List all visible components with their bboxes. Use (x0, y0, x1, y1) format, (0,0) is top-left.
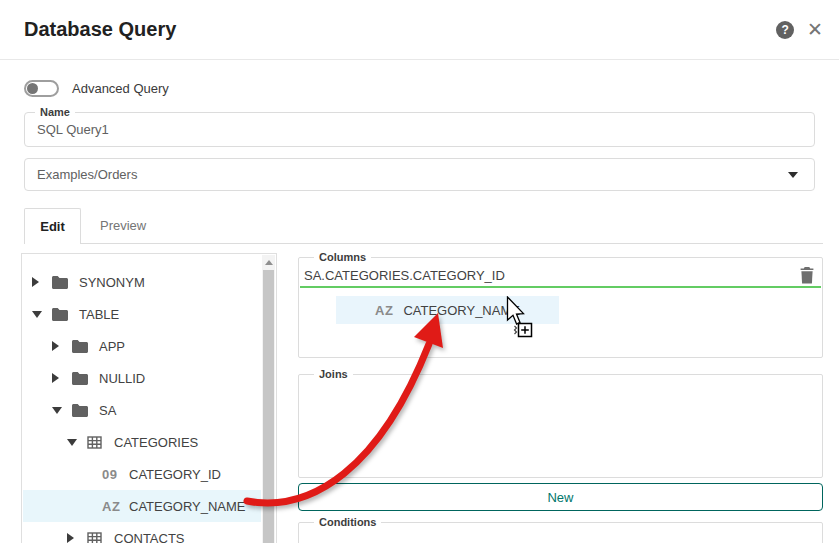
tree-item-label: CATEGORIES (114, 435, 198, 450)
conditions-section: Conditions (298, 522, 823, 543)
query-builder-panel: Columns SA.CATEGORIES.CATEGORY_ID AZ CAT… (298, 0, 823, 543)
scrollbar-thumb[interactable] (263, 270, 274, 543)
tree-item-label: NULLID (99, 371, 145, 386)
datasource-dropdown-value: Examples/Orders (25, 167, 137, 182)
chevron-collapsed-icon[interactable] (52, 341, 72, 351)
tree-item-label: CATEGORY_ID (129, 467, 221, 482)
chevron-expanded-icon[interactable] (32, 311, 52, 318)
advanced-query-label: Advanced Query (72, 81, 169, 96)
text-type-icon: AZ (102, 499, 122, 514)
tree-item-label: CONTACTS (114, 531, 185, 543)
tree-item-app[interactable]: APP (23, 330, 261, 362)
tree-item-contacts[interactable]: CONTACTS (23, 522, 261, 543)
tree-item-category_id[interactable]: 09CATEGORY_ID (23, 458, 261, 490)
joins-legend: Joins (314, 368, 353, 381)
tree-item-category_name[interactable]: AZCATEGORY_NAME (23, 490, 261, 522)
scroll-up-icon[interactable] (262, 255, 275, 269)
table-icon (87, 532, 107, 543)
tree-item-sa[interactable]: SA (23, 394, 261, 426)
conditions-legend: Conditions (314, 516, 381, 529)
chevron-collapsed-icon[interactable] (67, 533, 87, 543)
tree-item-label: TABLE (79, 307, 119, 322)
columns-section: Columns SA.CATEGORIES.CATEGORY_ID AZ CAT… (298, 257, 823, 358)
column-value: SA.CATEGORIES.CATEGORY_ID (300, 268, 505, 283)
delete-column-icon[interactable] (800, 267, 814, 284)
tree-scrollbar[interactable] (262, 255, 275, 543)
tree-item-label: SA (99, 403, 116, 418)
drag-ghost-label: CATEGORY_NAME (403, 303, 520, 318)
tree-item-nullid[interactable]: NULLID (23, 362, 261, 394)
tree-item-table[interactable]: TABLE (23, 298, 261, 330)
numeric-type-icon: 09 (102, 467, 122, 482)
schema-tree: SYNONYMTABLEAPPNULLIDSACATEGORIES09CATEG… (23, 266, 261, 543)
chevron-collapsed-icon[interactable] (52, 373, 72, 383)
tree-item-label: SYNONYM (79, 275, 145, 290)
dialog-title: Database Query (24, 18, 176, 41)
folder-icon (52, 276, 72, 289)
new-button[interactable]: New (298, 483, 823, 511)
schema-tree-panel: SYNONYMTABLEAPPNULLIDSACATEGORIES09CATEG… (21, 253, 277, 543)
chevron-expanded-icon[interactable] (52, 407, 72, 414)
name-field-label: Name (35, 106, 75, 119)
columns-legend: Columns (314, 251, 371, 264)
advanced-query-toggle[interactable] (24, 80, 59, 97)
tab-preview[interactable]: Preview (81, 207, 165, 243)
advanced-query-row: Advanced Query (24, 80, 169, 97)
folder-icon (72, 340, 92, 353)
tab-edit[interactable]: Edit (24, 208, 81, 244)
joins-section: Joins (298, 374, 823, 478)
column-row[interactable]: SA.CATEGORIES.CATEGORY_ID (300, 265, 821, 288)
folder-icon (72, 372, 92, 385)
tree-item-label: CATEGORY_NAME (129, 499, 246, 514)
chevron-expanded-icon[interactable] (67, 439, 87, 446)
folder-icon (52, 308, 72, 321)
toggle-knob-icon (27, 83, 38, 94)
drag-copy-cursor-icon (506, 296, 536, 344)
table-icon (87, 436, 107, 449)
chevron-collapsed-icon[interactable] (32, 277, 52, 287)
tree-item-synonym[interactable]: SYNONYM (23, 266, 261, 298)
folder-icon (72, 404, 92, 417)
tree-item-label: APP (99, 339, 125, 354)
tree-item-categories[interactable]: CATEGORIES (23, 426, 261, 458)
text-type-icon: AZ (375, 303, 393, 318)
